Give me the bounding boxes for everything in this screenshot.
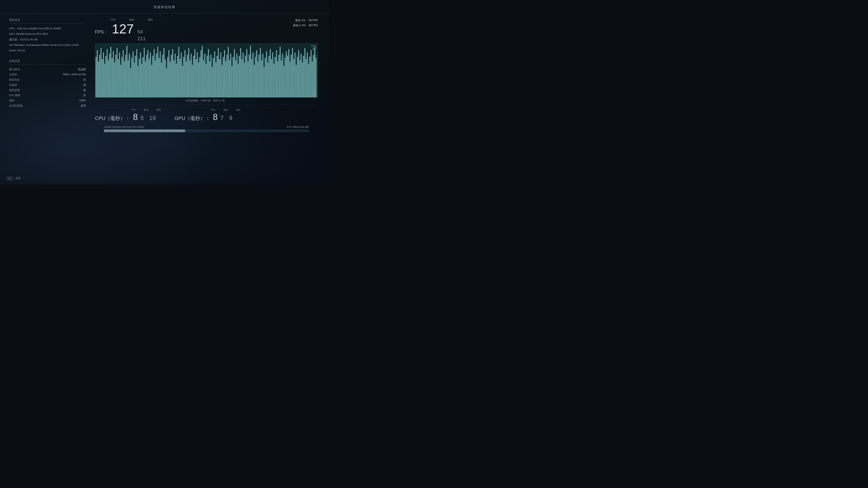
setting-val: 关 <box>83 94 86 97</box>
fps-header: 平均 最低 最高 FPS： 127 54 211 <box>93 18 320 41</box>
setting-val: 关闭 <box>81 104 86 107</box>
svg-marker-180 <box>95 53 318 97</box>
header: 性能评估结果 <box>0 0 329 13</box>
display-info: 显示器：VX2731-4K-HD <box>9 38 86 41</box>
vram-bar-background <box>104 129 309 132</box>
cpu-avg-value: 8 <box>133 112 138 122</box>
setting-val: 关 <box>83 78 86 82</box>
cpu-label: CPU（毫秒）： <box>95 115 130 122</box>
fps-label: FPS： <box>95 29 108 35</box>
gpu-col-avg: 平均 <box>211 108 215 111</box>
settings-table: 窗口模式 无边框 分辨率 2560 x 1440 (x1.00) 垂直同步 关 … <box>9 68 86 107</box>
gpu-avg-value: 8 <box>213 112 218 122</box>
col-min-label: 最低 <box>129 18 134 22</box>
setting-val: 2560 x 1440 (x1.00) <box>63 73 86 76</box>
gpu-stats-block: 平均 最低 最高 GPU（毫秒）： 8 7 9 <box>175 108 241 122</box>
setting-val: 高 <box>83 89 86 92</box>
setting-resolution: 分辨率 2560 x 1440 (x1.00) <box>9 73 86 76</box>
gpu-label: GPU（毫秒）： <box>175 115 210 122</box>
col-avg-label: 平均 <box>111 18 116 22</box>
fps-chart: FPS 211 54 <box>95 43 318 98</box>
fps-percentiles: 最低 1%： 93 FPS 最低 0.1%： 66 FPS <box>293 18 318 28</box>
cpu-col-avg: 平均 <box>131 108 135 111</box>
os-info: OS: Windows 10 Enterprise Edition 64-bit… <box>9 43 86 47</box>
game-settings-title: 游戏设置 <box>9 59 86 65</box>
main-area: 系统信息 CPU：13th Gen Intel(R) Core(TM) i5-1… <box>0 13 329 184</box>
percentile-1-row: 最低 1%： 93 FPS <box>293 18 318 23</box>
setting-window-mode: 窗口模式 无边框 <box>9 68 86 71</box>
fps-chart-svg <box>95 43 318 97</box>
setting-key: 视野 <box>9 99 14 102</box>
cpu-stats-block: 平均 最低 最高 CPU（毫秒）： 8 5 19 <box>95 108 161 122</box>
vram-section: VRAM (NVIDIA GeForce RTX 4070) 4767 MB/1… <box>93 124 320 135</box>
col-max-label: 最高 <box>148 18 153 22</box>
vram-usage: 4767 MB/12026 MB <box>287 126 309 128</box>
setting-val: 无边框 <box>78 68 86 71</box>
page-title: 性能评估结果 <box>154 5 176 9</box>
fps-min-value: 54 <box>137 29 146 35</box>
vram-bar-fill <box>104 129 185 132</box>
setting-adaptive: 自适应质量 关闭 <box>9 104 86 107</box>
cpu-col-min: 最低 <box>144 108 148 111</box>
setting-key: 画面质量 <box>9 89 20 92</box>
setting-quality: 画面质量 高 <box>9 89 86 92</box>
esc-key-label[interactable]: Esc <box>7 177 13 180</box>
setting-key: 分辨率 <box>9 73 17 76</box>
setting-val: 100% <box>79 99 86 102</box>
right-panel: 平均 最低 最高 FPS： 127 54 211 <box>93 18 320 184</box>
chart-caption: 已渲染帧数：10805 帧，耗时 57 秒。 <box>93 99 320 102</box>
bottom-stats: 平均 最低 最高 CPU（毫秒）： 8 5 19 <box>93 107 320 124</box>
cpu-min-value: 5 <box>141 115 144 122</box>
setting-key: 自适应质量 <box>9 104 23 107</box>
percentile-01-row: 最低 0.1%： 66 FPS <box>293 23 318 28</box>
driver-info: Driver: 531.61 <box>9 48 86 53</box>
setting-key: 反锯齿 <box>9 84 17 87</box>
fps-avg-value: 127 <box>112 22 134 35</box>
vram-header: VRAM (NVIDIA GeForce RTX 4070) 4767 MB/1… <box>104 126 309 128</box>
chart-max-label: 211 <box>312 48 316 51</box>
cpu-info: CPU：13th Gen Intel(R) Core(TM) i5-13490F <box>9 27 86 31</box>
setting-key: 垂直同步 <box>9 78 20 82</box>
close-label[interactable]: 关闭 <box>15 176 21 180</box>
gpu-col-max: 最高 <box>236 108 241 111</box>
footer: Esc 关闭 <box>7 176 21 180</box>
system-info-table: CPU：13th Gen Intel(R) Core(TM) i5-13490F… <box>9 27 86 53</box>
setting-key: 窗口模式 <box>9 68 20 71</box>
setting-key: FPS 限制 <box>9 94 20 97</box>
setting-fov: 视野 100% <box>9 99 86 102</box>
cpu-col-max: 最高 <box>156 108 161 111</box>
setting-val: 高 <box>83 84 86 87</box>
setting-aa: 反锯齿 高 <box>9 84 86 87</box>
gpu-info: GPU: NVIDIA GeForce RTX 4070 <box>9 32 86 36</box>
gpu-col-min: 最低 <box>223 108 228 111</box>
chart-min-label: 54 <box>313 93 316 96</box>
vram-bar-stripes <box>104 129 185 132</box>
gpu-max-value: 9 <box>229 115 232 122</box>
system-info-title: 系统信息 <box>9 18 86 24</box>
fps-max-value: 211 <box>137 36 146 41</box>
gpu-min-value: 7 <box>220 115 223 122</box>
setting-fps-limit: FPS 限制 关 <box>9 94 86 97</box>
chart-fps-label: FPS <box>311 45 316 47</box>
cpu-max-value: 19 <box>149 115 156 122</box>
vram-label: VRAM (NVIDIA GeForce RTX 4070) <box>104 126 144 128</box>
setting-vsync: 垂直同步 关 <box>9 78 86 82</box>
left-panel: 系统信息 CPU：13th Gen Intel(R) Core(TM) i5-1… <box>9 18 86 184</box>
